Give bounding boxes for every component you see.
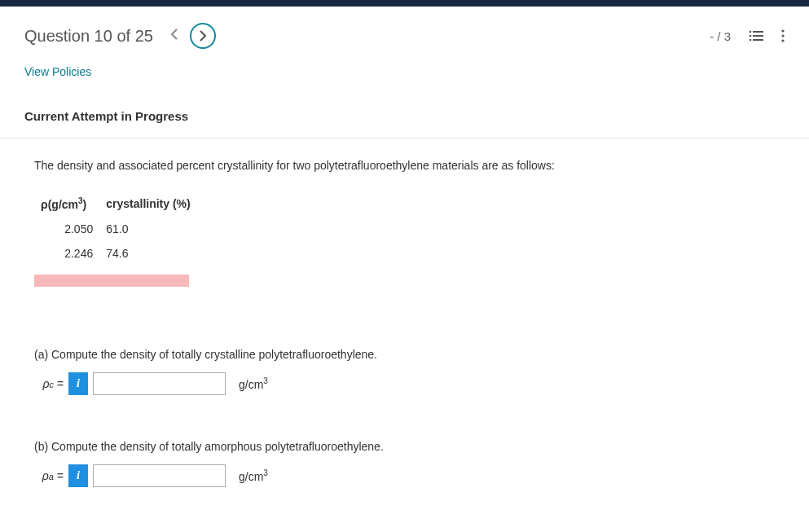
part-a-text: (a) Compute the density of totally cryst… bbox=[34, 348, 775, 361]
svg-point-7 bbox=[781, 34, 784, 37]
outline-menu-button[interactable] bbox=[749, 30, 763, 42]
unit-label: g/cm3 bbox=[239, 376, 268, 391]
highlight-bar bbox=[34, 275, 189, 287]
nav-controls bbox=[168, 23, 216, 49]
rho-a-input[interactable] bbox=[93, 464, 226, 487]
svg-point-6 bbox=[781, 29, 784, 32]
table-header-row: ρ(g/cm3) crystallinity (%) bbox=[41, 191, 209, 216]
unit-label: g/cm3 bbox=[239, 468, 268, 483]
svg-rect-5 bbox=[753, 39, 763, 41]
rho-c-label: ρc = bbox=[34, 377, 64, 390]
question-content: The density and associated percent cryst… bbox=[0, 138, 809, 532]
svg-point-0 bbox=[750, 31, 752, 33]
cell-crystallinity: 74.6 bbox=[106, 242, 208, 265]
table-row: 2.050 61.0 bbox=[41, 218, 209, 240]
rho-c-input[interactable] bbox=[93, 372, 226, 395]
header-left: Question 10 of 25 bbox=[24, 23, 216, 49]
table-header-crystallinity: crystallinity (%) bbox=[106, 191, 208, 216]
svg-rect-1 bbox=[753, 31, 763, 33]
intro-text: The density and associated percent cryst… bbox=[34, 159, 775, 172]
top-bar bbox=[0, 0, 809, 7]
cell-density: 2.246 bbox=[41, 242, 104, 265]
question-title: Question 10 of 25 bbox=[24, 27, 153, 46]
svg-rect-3 bbox=[753, 35, 763, 37]
cell-crystallinity: 61.0 bbox=[106, 218, 208, 240]
part-a-answer: ρc = i g/cm3 bbox=[34, 372, 775, 395]
view-policies-link[interactable]: View Policies bbox=[0, 65, 809, 95]
kebab-icon bbox=[781, 29, 785, 42]
rho-a-label: ρa = bbox=[34, 469, 64, 482]
next-question-button[interactable] bbox=[190, 23, 216, 49]
cell-density: 2.050 bbox=[41, 218, 104, 240]
more-options-button[interactable] bbox=[781, 29, 785, 42]
header-right: - / 3 bbox=[710, 29, 785, 43]
table-header-density: ρ(g/cm3) bbox=[41, 191, 104, 216]
list-icon bbox=[749, 30, 763, 42]
info-button[interactable]: i bbox=[68, 464, 88, 487]
prev-question-button[interactable] bbox=[168, 29, 182, 43]
table-row: 2.246 74.6 bbox=[41, 242, 209, 265]
part-b-answer: ρa = i g/cm3 bbox=[34, 464, 775, 487]
score-display: - / 3 bbox=[710, 29, 731, 43]
info-button[interactable]: i bbox=[68, 372, 88, 395]
question-header: Question 10 of 25 - / 3 bbox=[0, 7, 809, 65]
svg-point-4 bbox=[750, 39, 752, 42]
section-title: Current Attempt in Progress bbox=[0, 95, 809, 138]
svg-point-8 bbox=[781, 39, 784, 42]
chevron-left-icon bbox=[171, 29, 178, 40]
data-table: ρ(g/cm3) crystallinity (%) 2.050 61.0 2.… bbox=[39, 190, 210, 266]
svg-point-2 bbox=[750, 35, 752, 37]
part-a: (a) Compute the density of totally cryst… bbox=[34, 348, 775, 395]
part-b-text: (b) Compute the density of totally amorp… bbox=[34, 440, 775, 453]
part-b: (b) Compute the density of totally amorp… bbox=[34, 440, 775, 487]
chevron-right-icon bbox=[199, 30, 206, 42]
